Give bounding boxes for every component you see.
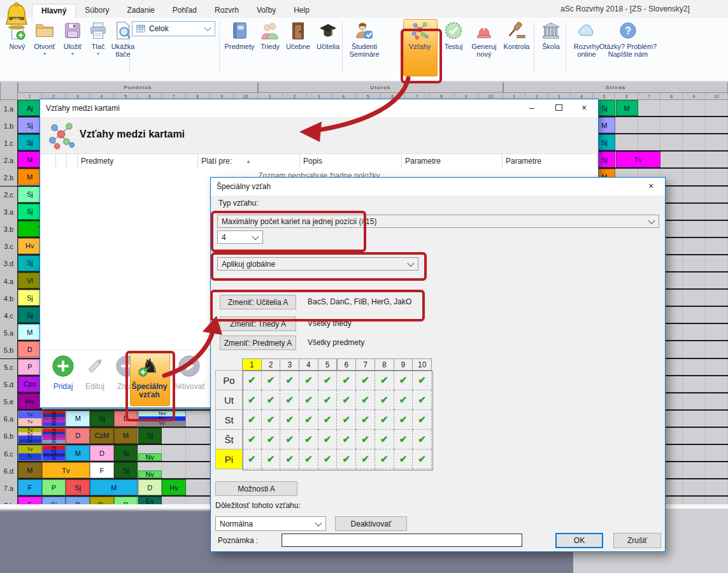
lesson-card[interactable]: Tv (18, 446, 41, 453)
note-input[interactable] (282, 534, 522, 547)
grid-check-cell[interactable]: ✔ (375, 449, 394, 469)
toolbar-button-specialny[interactable]: ♞Špeciálny vzťah (131, 354, 168, 399)
ribbon-button-kontrola[interactable]: Kontrola (501, 20, 532, 50)
lesson-card[interactable]: Aj (43, 440, 66, 443)
lesson-card[interactable]: Sj (18, 290, 42, 306)
lesson-card[interactable]: Sj (114, 445, 138, 461)
lesson-card[interactable]: Nv (138, 453, 162, 462)
class-row-label[interactable]: 5.d (0, 376, 18, 393)
close-icon[interactable]: × (638, 178, 664, 194)
class-row-label[interactable]: 1.a (0, 100, 18, 117)
class-row-label[interactable]: 6.c (0, 445, 18, 462)
lesson-card[interactable]: Sj (18, 255, 42, 271)
class-row-label[interactable]: 3.b (0, 221, 18, 238)
dropdown-arrow-icon[interactable]: ▾ (97, 52, 99, 56)
lesson-card[interactable]: M (90, 479, 138, 495)
options-a-button[interactable]: Možnosti A (215, 481, 297, 496)
grid-check-cell[interactable]: ✔ (262, 449, 281, 469)
lesson-card[interactable]: F (90, 462, 114, 478)
tab-pohlad[interactable]: Pohľad (164, 4, 206, 18)
relation-type-select[interactable]: Maximálny počet kariet na jednej pozícii… (217, 215, 659, 228)
grid-period-header[interactable]: 1 (242, 358, 262, 371)
grid-check-cell[interactable]: ✔ (413, 371, 432, 390)
class-row-label[interactable]: 3.d (0, 255, 18, 272)
lesson-card[interactable]: Hv (18, 238, 42, 254)
lesson-card-stack[interactable]: TvTv (18, 445, 42, 461)
grid-check-cell[interactable]: ✔ (413, 430, 432, 449)
grid-period-header[interactable]: 5 (318, 358, 338, 371)
grid-period-header[interactable]: 2 (261, 358, 281, 371)
ribbon-button-tlac[interactable]: Tlač▾ (87, 20, 110, 56)
lesson-card[interactable]: P (18, 359, 42, 375)
grid-check-cell[interactable]: ✔ (243, 410, 262, 430)
class-row-label[interactable]: 6.a (0, 411, 18, 428)
ribbon-button-testuj[interactable]: Testuj (439, 20, 467, 50)
class-row-label[interactable]: 4.c (0, 307, 18, 324)
lesson-card[interactable]: P (42, 479, 66, 495)
lesson-card[interactable]: Sj (18, 204, 42, 220)
grid-check-cell[interactable]: ✔ (299, 371, 318, 390)
grid-check-cell[interactable]: ✔ (318, 430, 338, 449)
class-row-label[interactable]: 3.a (0, 204, 18, 221)
lesson-card[interactable]: D (66, 428, 90, 444)
ribbon-button-ucitelia[interactable]: Učitelia (313, 20, 343, 50)
lesson-card-stack[interactable]: TvTvTvTv (18, 428, 42, 444)
lesson-card-stack[interactable]: TevPpVv (138, 411, 186, 427)
max-cards-count-select[interactable]: 4 (217, 230, 263, 244)
grid-check-cell[interactable]: ✔ (413, 449, 432, 469)
grid-period-header[interactable]: 7 (355, 358, 375, 371)
grid-check-cell[interactable]: ✔ (413, 410, 432, 430)
grid-check-cell[interactable]: ✔ (243, 449, 262, 469)
class-row-label[interactable]: 2.c (0, 187, 18, 204)
minimize-button[interactable]: – (519, 99, 545, 116)
class-row-label[interactable]: 2.a (0, 152, 18, 169)
grid-check-cell[interactable]: ✔ (394, 449, 413, 469)
grid-check-cell[interactable]: ✔ (338, 430, 357, 449)
ok-button[interactable]: OK (555, 533, 603, 548)
grid-check-cell[interactable]: ✔ (338, 449, 357, 469)
dropdown-arrow-icon[interactable]: ▾ (43, 52, 46, 56)
dropdown-arrow-icon[interactable]: ▾ (71, 52, 74, 56)
tab-rozvrh[interactable]: Rozvrh (206, 4, 248, 18)
apply-scope-select[interactable]: Aplikuj globálne (217, 257, 418, 271)
lesson-card[interactable]: Sj (66, 479, 90, 495)
lesson-card[interactable]: M (66, 411, 90, 427)
lesson-card[interactable]: F (18, 479, 42, 495)
class-row-label[interactable]: 6.d (0, 462, 18, 479)
grid-day-label-Št[interactable]: Št (215, 429, 243, 449)
lesson-card[interactable]: M (616, 100, 638, 116)
relations-table-header[interactable]: PredmetyPlatí pre:▲PopisParametreParamet… (40, 153, 598, 168)
relations-column-header[interactable]: Popis (300, 154, 402, 168)
toolbar-button-aktivovat[interactable]: Aktivovať (171, 354, 207, 391)
lesson-card[interactable]: Tv (42, 462, 90, 478)
tab-subory[interactable]: Súbory (76, 4, 118, 18)
tab-help[interactable]: Help (285, 4, 318, 18)
grid-check-cell[interactable]: ✔ (318, 449, 338, 469)
lesson-card[interactable]: Nv (138, 470, 162, 479)
grid-check-cell[interactable]: ✔ (318, 410, 338, 430)
lesson-card[interactable]: Vl (18, 272, 42, 288)
lesson-card-stack[interactable]: TvTv (18, 411, 42, 427)
lesson-card[interactable]: M (66, 445, 90, 461)
lesson-card[interactable]: Sj (18, 307, 42, 323)
chevron-down-icon[interactable] (204, 24, 211, 31)
lesson-card[interactable]: D (138, 479, 162, 495)
tab-volby[interactable]: Voľby (248, 4, 285, 18)
class-row-label[interactable]: 1.c (0, 134, 18, 152)
lesson-card[interactable]: Ev (138, 497, 162, 505)
class-row-label[interactable]: 5.e (0, 393, 18, 411)
ribbon-button-generuj[interactable]: Generuj nový (469, 20, 499, 58)
grid-day-label-Pi[interactable]: Pi (215, 449, 243, 469)
grid-check-cell[interactable]: ✔ (394, 371, 413, 390)
lesson-card[interactable]: Tev (139, 411, 185, 416)
class-row-label[interactable]: 4.a (0, 272, 18, 290)
class-row-label[interactable]: 6.b (0, 428, 18, 445)
lesson-card[interactable]: Tv (18, 418, 41, 426)
grid-check-cell[interactable]: ✔ (413, 390, 432, 410)
lesson-card[interactable]: M (18, 152, 42, 167)
grid-check-cell[interactable]: ✔ (299, 449, 318, 469)
ribbon-button-otazky[interactable]: ?Otázky? Problém? Napíšte nám (597, 20, 659, 58)
grid-check-cell[interactable]: ✔ (243, 390, 262, 410)
lesson-card[interactable]: Aj (43, 423, 66, 426)
lesson-card[interactable]: D (114, 411, 138, 427)
